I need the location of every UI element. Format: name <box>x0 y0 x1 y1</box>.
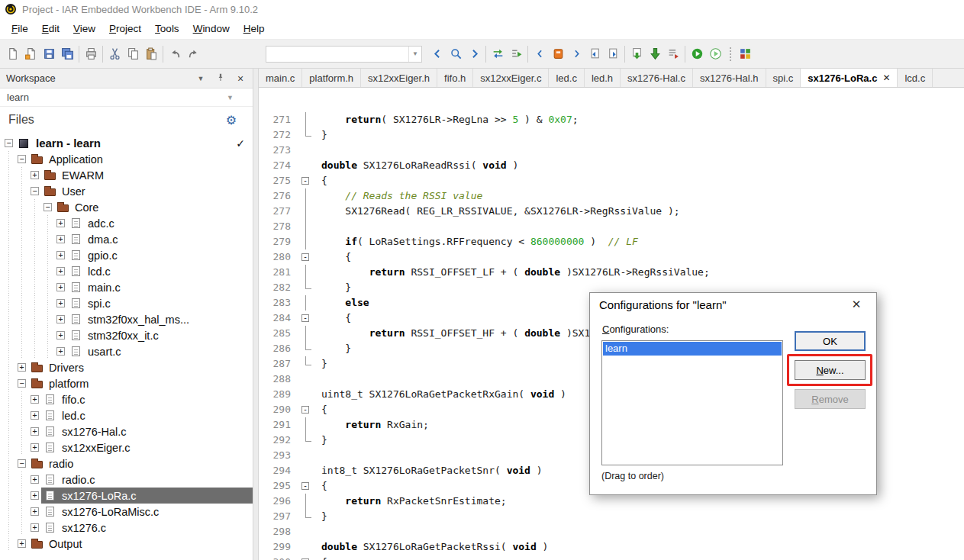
tree-item-sx1276-loramisc-c[interactable]: +sx1276-LoRaMisc.c <box>2 504 253 520</box>
expander-plus-icon[interactable]: + <box>28 507 41 516</box>
search-icon[interactable] <box>447 44 465 63</box>
tab-lcd-c[interactable]: lcd.c <box>898 69 933 87</box>
panel-splitter[interactable] <box>253 69 259 560</box>
page-prev-icon[interactable] <box>585 44 604 63</box>
fold-column[interactable]: - <box>298 311 315 326</box>
line-number[interactable]: 292 <box>259 433 298 448</box>
tab-sx12xxeiger-h[interactable]: sx12xxEiger.h <box>361 69 437 87</box>
navigate-forward-icon[interactable] <box>465 44 483 63</box>
menu-edit[interactable]: Edit <box>35 20 66 37</box>
expander-plus-icon[interactable]: + <box>54 219 67 227</box>
menu-help[interactable]: Help <box>237 20 272 37</box>
cut-icon[interactable] <box>105 44 124 63</box>
tree-item-radio-c[interactable]: +radio.c <box>2 471 253 488</box>
tree-item-dma-c[interactable]: +dma.c <box>2 231 253 247</box>
tree-item-platform[interactable]: −platform <box>2 375 253 391</box>
expander-plus-icon[interactable]: + <box>54 331 67 340</box>
line-number[interactable]: 294 <box>259 463 298 478</box>
goto-icon[interactable] <box>507 44 525 63</box>
line-number[interactable]: 288 <box>259 372 298 387</box>
navigate-back-icon[interactable] <box>428 44 447 63</box>
ok-button[interactable]: OK <box>795 331 866 351</box>
tree-item-lcd-c[interactable]: +lcd.c <box>2 263 253 279</box>
save-all-icon[interactable] <box>58 44 76 63</box>
expander-plus-icon[interactable]: + <box>15 363 28 372</box>
expander-plus-icon[interactable]: + <box>28 475 41 484</box>
tab-led-c[interactable]: led.c <box>549 69 584 87</box>
line-number[interactable]: 280 <box>259 249 298 265</box>
line-number[interactable]: 287 <box>259 356 298 372</box>
tree-item-core[interactable]: −Core <box>2 199 253 215</box>
dialog-close-icon[interactable]: ✕ <box>846 298 867 311</box>
line-number[interactable]: 271 <box>259 112 298 127</box>
workspace-config-combo[interactable]: learn ▼ <box>0 89 253 107</box>
expander-minus-icon[interactable]: − <box>2 139 15 147</box>
save-icon[interactable] <box>40 44 58 63</box>
tree-item-spi-c[interactable]: +spi.c <box>2 295 253 311</box>
tree-item-main-c[interactable]: +main.c <box>2 279 253 295</box>
tab-sx1276-hal-h[interactable]: sx1276-Hal.h <box>693 69 766 87</box>
expander-plus-icon[interactable]: + <box>54 251 67 259</box>
menu-window[interactable]: Window <box>186 20 237 37</box>
batch-build-icon[interactable] <box>736 44 754 63</box>
new-from-template-icon[interactable] <box>21 44 40 63</box>
menu-project[interactable]: Project <box>102 20 148 37</box>
line-number[interactable]: 295 <box>259 478 298 494</box>
fold-collapse-icon[interactable]: - <box>301 177 309 185</box>
tree-item-radio[interactable]: −radio <box>2 455 253 471</box>
line-number[interactable]: 291 <box>259 417 298 433</box>
line-number[interactable]: 275 <box>259 173 298 188</box>
tree-item-stm32f0xx-hal-ms-[interactable]: +stm32f0xx_hal_ms... <box>2 311 253 327</box>
fold-collapse-icon[interactable]: - <box>301 314 309 322</box>
expander-plus-icon[interactable]: + <box>54 299 67 307</box>
line-number[interactable]: 282 <box>259 280 298 295</box>
expander-plus-icon[interactable]: + <box>28 427 41 436</box>
tab-fifo-h[interactable]: fifo.h <box>437 69 473 87</box>
configurations-listbox[interactable]: learn <box>601 340 783 465</box>
expander-plus-icon[interactable]: + <box>54 235 67 243</box>
expander-plus-icon[interactable]: + <box>28 523 41 532</box>
tree-item-sx12xxeiger-c[interactable]: +sx12xxEiger.c <box>2 439 253 455</box>
paste-icon[interactable] <box>142 44 160 63</box>
expander-plus-icon[interactable]: + <box>54 283 67 291</box>
line-number[interactable]: 286 <box>259 341 298 356</box>
expander-plus-icon[interactable]: + <box>54 315 67 323</box>
bookmark-toggle-icon[interactable] <box>549 44 567 63</box>
tree-item-fifo-c[interactable]: +fifo.c <box>2 391 253 407</box>
line-number[interactable]: 281 <box>259 265 298 280</box>
fold-collapse-icon[interactable]: - <box>301 253 309 261</box>
new-button[interactable]: New... <box>795 360 866 380</box>
line-number[interactable]: 284 <box>259 311 298 326</box>
line-number[interactable]: 300 <box>259 555 298 560</box>
new-file-icon[interactable] <box>3 44 21 63</box>
tab-sx1276-hal-c[interactable]: sx1276-Hal.c <box>621 69 693 87</box>
fold-column[interactable]: - <box>298 555 315 560</box>
tree-item-application[interactable]: −Application <box>2 151 253 167</box>
tree-item-usart-c[interactable]: +usart.c <box>2 343 253 359</box>
tab-led-h[interactable]: led.h <box>585 69 621 87</box>
menu-file[interactable]: File <box>5 20 35 37</box>
line-number[interactable]: 296 <box>259 494 298 509</box>
make-icon[interactable] <box>646 44 664 63</box>
tree-item-stm32f0xx-it-c[interactable]: +stm32f0xx_it.c <box>2 327 253 343</box>
fold-column[interactable]: - <box>298 173 315 188</box>
tree-item-adc-c[interactable]: +adc.c <box>2 215 253 231</box>
expander-plus-icon[interactable]: + <box>28 443 41 452</box>
line-number[interactable]: 276 <box>259 188 298 204</box>
config-list-item[interactable]: learn <box>603 342 782 356</box>
expander-plus-icon[interactable]: + <box>28 171 41 179</box>
panel-menu-chevron-icon[interactable]: ▼ <box>195 75 207 82</box>
line-number[interactable]: 279 <box>259 234 298 249</box>
expander-minus-icon[interactable]: − <box>15 459 28 468</box>
quick-search-combo[interactable]: ▼ <box>266 46 422 63</box>
tab-platform-h[interactable]: platform.h <box>302 69 361 87</box>
expander-plus-icon[interactable]: + <box>15 539 28 548</box>
fold-collapse-icon[interactable]: - <box>301 406 309 414</box>
download-debug-icon[interactable] <box>706 44 724 63</box>
tab-sx12xxeiger-c[interactable]: sx12xxEiger.c <box>473 69 549 87</box>
tab-main-c[interactable]: main.c <box>259 69 302 87</box>
line-number[interactable]: 293 <box>259 448 298 463</box>
line-number[interactable]: 277 <box>259 204 298 219</box>
tree-item-led-c[interactable]: +led.c <box>2 407 253 423</box>
files-settings-gear-icon[interactable]: ⚙ <box>226 113 237 127</box>
